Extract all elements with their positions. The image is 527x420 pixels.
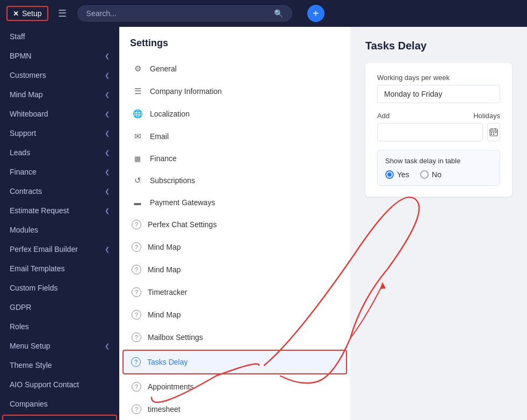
topbar: ✕ Setup ☰ 🔍 + [0,0,527,27]
settings-item-mind-map-2[interactable]: ? Mind Map [119,258,350,281]
sidebar-item-label: Mind Map [10,90,42,99]
search-input[interactable] [86,9,270,18]
content-area: Settings ⚙ General ☰ Company Information… [119,27,527,420]
question-circle-icon: ? [131,357,141,367]
no-label: No [432,170,442,179]
question-icon: ? [132,265,141,274]
sidebar-item-estimate-request[interactable]: Estimate Request ❮ [0,201,119,220]
sidebar: Staff BPMN ❮ Customers ❮ Mind Map ❮ Whit… [0,27,119,420]
sidebar-item-aio-support-contact[interactable]: AIO Support Contact [0,375,119,394]
settings-panel-title: Settings [119,38,350,57]
sidebar-item-perfex-email-builder[interactable]: Perfex Email Builder ❮ [0,240,119,259]
sidebar-item-whiteboard[interactable]: Whiteboard ❮ [0,104,119,124]
sidebar-item-label: Finance [10,168,37,176]
settings-item-label: timesheet [148,405,181,414]
sidebar-item-companies[interactable]: Companies [0,394,119,414]
main-layout: Staff BPMN ❮ Customers ❮ Mind Map ❮ Whit… [0,27,527,420]
no-radio-option[interactable]: No [420,170,442,179]
sidebar-item-label: Roles [10,322,29,331]
settings-item-label: Payment Gateways [150,198,215,207]
settings-item-timesheet[interactable]: ? timesheet [119,398,350,420]
sidebar-item-theme-style[interactable]: Theme Style [0,356,119,375]
sidebar-item-menu-setup[interactable]: Menu Setup ❮ [0,336,119,356]
sidebar-item-gdpr[interactable]: GDPR [0,298,119,317]
sidebar-item-leads[interactable]: Leads ❮ [0,143,119,162]
list-icon: ☰ [132,86,143,96]
sidebar-item-label: Support [10,129,36,137]
yes-label: Yes [397,170,409,179]
question-icon: ? [132,332,141,342]
settings-item-finance[interactable]: ▦ Finance [119,148,350,169]
finance-icon: ▦ [132,155,143,163]
settings-item-mailbox[interactable]: ? Mailbox Settings [119,326,350,349]
sidebar-item-support[interactable]: Support ❮ [0,124,119,143]
yes-radio-button[interactable] [385,170,394,179]
settings-item-perfex-chat[interactable]: ? Perfex Chat Settings [119,213,350,236]
sidebar-item-email-templates[interactable]: Email Templates [0,259,119,278]
search-icon: 🔍 [274,9,283,18]
sidebar-item-roles[interactable]: Roles [0,317,119,336]
add-button[interactable]: + [307,5,324,22]
sidebar-item-modules[interactable]: Modules [0,220,119,240]
right-panel: Tasks Delay Working days per week Monday… [350,27,527,420]
settings-item-label: Company Information [150,87,222,96]
chevron-icon: ❮ [105,53,110,60]
sidebar-item-label: Custom Fields [10,284,57,292]
settings-item-company-information[interactable]: ☰ Company Information [119,80,350,103]
sidebar-item-label: Leads [10,148,30,157]
settings-item-general[interactable]: ⚙ General [119,57,350,80]
calendar-button[interactable] [487,123,500,141]
add-date-input[interactable] [377,123,483,141]
no-radio-button[interactable] [420,170,429,179]
settings-item-label: Finance [150,154,177,163]
settings-item-label: Localization [150,110,190,118]
sidebar-item-bpmn[interactable]: BPMN ❮ [0,46,119,66]
hamburger-icon[interactable]: ☰ [58,8,67,19]
sidebar-item-contracts[interactable]: Contracts ❮ [0,182,119,201]
add-holidays-row: Add Holidays [377,112,500,120]
svg-rect-6 [495,132,496,133]
chevron-icon: ❮ [105,91,110,98]
sidebar-item-staff[interactable]: Staff [0,27,119,46]
yes-radio-option[interactable]: Yes [385,170,409,179]
settings-item-email[interactable]: ✉ Email [119,125,350,148]
chevron-icon: ❮ [105,130,110,137]
chevron-icon: ❮ [105,111,110,118]
chevron-icon: ❮ [105,246,110,253]
settings-item-subscriptions[interactable]: ↺ Subscriptions [119,169,350,192]
sidebar-item-label: Customers [10,71,46,79]
setup-button[interactable]: ✕ Setup [6,6,48,21]
settings-item-label: Mind Map [148,310,181,319]
sidebar-item-mind-map[interactable]: Mind Map ❮ [0,85,119,104]
settings-item-label: Tasks Delay [147,358,187,366]
settings-item-appointments[interactable]: ? Appointments [119,375,350,398]
sidebar-item-settings[interactable]: Settings [2,415,117,420]
question-icon: ? [132,287,141,297]
working-days-select[interactable]: Monday to Friday [377,85,500,103]
settings-item-timetracker[interactable]: ? Timetracker [119,281,350,303]
sidebar-item-label: Contracts [10,187,42,195]
sidebar-item-label: AIO Support Contact [10,380,79,389]
settings-panel: Settings ⚙ General ☰ Company Information… [119,27,350,420]
chevron-icon: ❮ [105,169,110,176]
settings-item-mind-map-1[interactable]: ? Mind Map [119,236,350,258]
svg-rect-4 [491,132,492,133]
sidebar-item-finance[interactable]: Finance ❮ [0,162,119,182]
search-bar[interactable]: 🔍 [77,5,292,21]
gear-icon: ⚙ [132,64,143,74]
sidebar-item-label: Estimate Request [10,206,69,215]
settings-item-tasks-delay[interactable]: ? Tasks Delay [122,350,347,374]
sidebar-item-label: Perfex Email Builder [10,245,78,254]
settings-item-label: Email [150,132,169,141]
settings-item-label: Mind Map [148,243,181,251]
sidebar-item-customers[interactable]: Customers ❮ [0,66,119,85]
settings-item-mind-map-3[interactable]: ? Mind Map [119,303,350,326]
chevron-icon: ❮ [105,188,110,195]
sidebar-item-custom-fields[interactable]: Custom Fields [0,278,119,298]
settings-item-localization[interactable]: 🌐 Localization [119,103,350,125]
sidebar-item-label: GDPR [10,303,31,312]
chevron-icon: ❮ [105,207,110,214]
settings-item-payment-gateways[interactable]: ▬ Payment Gateways [119,192,350,213]
question-icon: ? [132,220,141,229]
add-label: Add [377,112,389,120]
